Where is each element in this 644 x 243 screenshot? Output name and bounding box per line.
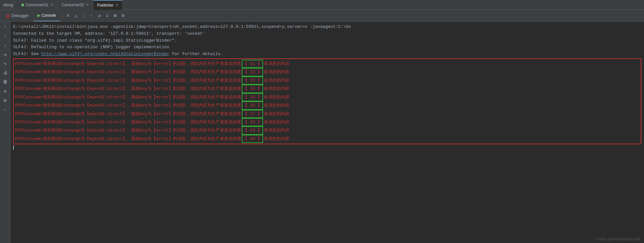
console-line-1: E:\install\JDK11\install\bin\java.exe -a… (13, 24, 641, 30)
console-line-3: SLF4J: Failed to load class "org.slf4j.i… (13, 37, 641, 44)
msg-suffix-13: 条消息的内容 (264, 77, 289, 84)
msg-suffix-17: 条消息的内容 (264, 111, 289, 117)
msg-suffix-16: 条消息的内容 (264, 102, 289, 109)
toolbar-btn-step[interactable]: ⤓ (104, 12, 111, 19)
tab-label-consumer01: Consumer01 (26, 3, 49, 7)
msg-num-container-13: 【 13 】 (242, 76, 263, 85)
msg-num-container-20: 【 20 】 (242, 135, 263, 143)
close-tab-consumer02[interactable]: ✕ (86, 3, 89, 7)
tab-consumer02[interactable]: Consumer02 ✕ (57, 0, 93, 10)
msg-num-container-11: 【 11 】 (242, 60, 263, 68)
close-tab-publisher[interactable]: ✕ (115, 3, 118, 7)
msg-prefix-20: P2PConsumer收到来自Exchange为【myex02.direct】、… (15, 135, 241, 142)
sidebar-btn-edit[interactable]: ✎ (1, 60, 9, 68)
msg-num-14: 【 14 】 (243, 85, 262, 92)
cursor-line (13, 144, 641, 151)
watermark: CSDN @JH&&HANDSOME (596, 237, 641, 241)
message-line-20: P2PConsumer收到来自Exchange为【myex02.direct】、… (15, 135, 639, 143)
toolbar-btn-down2[interactable]: ↑ (88, 12, 95, 19)
toolbar-btn-down1[interactable]: ↓ (80, 12, 87, 19)
message-line-15: P2PConsumer收到来自Exchange为【myex02.direct】、… (15, 93, 639, 101)
toolbar-btn-menu[interactable]: ≡ (64, 12, 72, 19)
msg-num-17: 【 17 】 (243, 111, 262, 117)
tab-bar: ebug: Consumer01 ✕ Consumer02 ✕ Publishe… (0, 0, 644, 10)
msg-suffix-11: 条消息的内容 (264, 60, 289, 67)
msg-num-container-18: 【 18 】 (242, 118, 263, 126)
tab-publisher[interactable]: Publisher ✕ (93, 0, 123, 10)
console-icon: ▶ (37, 13, 40, 18)
tab-console-label: Console (42, 13, 56, 18)
toolbar: 🐞 Debugger ▶ Console ≡ △ ↓ ↑ ↺ ⤓ ⊞ ⊟ (0, 10, 644, 22)
message-line-18: P2PConsumer收到来自Exchange为【myex02.direct】、… (15, 118, 639, 126)
message-line-16: P2PConsumer收到来自Exchange为【myex02.direct】、… (15, 101, 639, 110)
sidebar-btn-down[interactable]: ↓ (1, 32, 9, 40)
sidebar-btn-delete[interactable]: 🗑 (1, 78, 9, 86)
msg-prefix-12: P2PConsumer收到来自Exchange为【myex02.direct】、… (15, 69, 241, 75)
console-line-5: SLF4J: See http://www.slf4j.org/codes.ht… (13, 51, 641, 58)
tab-console[interactable]: ▶ Console (33, 10, 60, 21)
msg-prefix-18: P2PConsumer收到来自Exchange为【myex02.direct】、… (15, 119, 241, 126)
console-area[interactable]: E:\install\JDK11\install\bin\java.exe -a… (10, 22, 644, 243)
msg-num-container-12: 【 12 】 (242, 68, 263, 76)
sidebar-btn-arrow[interactable]: ⇒ (1, 51, 9, 58)
close-tab-consumer01[interactable]: ✕ (50, 3, 53, 7)
msg-num-15: 【 15 】 (243, 94, 262, 101)
tab-dot-consumer01 (21, 4, 24, 6)
red-border-box: P2PConsumer收到来自Exchange为【myex02.direct】、… (13, 58, 641, 144)
slf4j-link[interactable]: http://www.slf4j.org/codes.html#StaticLo… (41, 51, 169, 56)
msg-prefix-13: P2PConsumer收到来自Exchange为【myex02.direct】、… (15, 77, 241, 84)
msg-num-20: 【 20 】 (243, 135, 262, 142)
toolbar-btn-up[interactable]: △ (72, 12, 79, 19)
message-line-11: P2PConsumer收到来自Exchange为【myex02.direct】、… (15, 60, 639, 68)
msg-suffix-12: 条消息的内容 (264, 69, 289, 75)
msg-prefix-19: P2PConsumer收到来自Exchange为【myex02.direct】、… (15, 127, 241, 134)
left-sidebar: ↑ ↓ ↓ ⇒ ✎ 🖨 🗑 ⊙ ⚙ ← (0, 22, 10, 243)
tab-consumer01[interactable]: Consumer01 ✕ (17, 0, 58, 10)
tab-label-consumer02: Consumer02 (61, 3, 84, 7)
main-layout: ↑ ↓ ↓ ⇒ ✎ 🖨 🗑 ⊙ ⚙ ← E:\install\JDK11\ins… (0, 22, 644, 243)
msg-num-container-15: 【 15 】 (242, 93, 263, 101)
msg-suffix-15: 条消息的内容 (264, 94, 289, 101)
tab-label-publisher: Publisher (97, 3, 114, 8)
msg-num-11: 【 11 】 (243, 60, 262, 67)
message-line-17: P2PConsumer收到来自Exchange为【myex02.direct】、… (15, 110, 639, 118)
sidebar-btn-settings[interactable]: ⚙ (1, 96, 9, 104)
message-line-13: P2PConsumer收到来自Exchange为【myex02.direct】、… (15, 76, 639, 85)
msg-suffix-14: 条消息的内容 (264, 85, 289, 92)
sidebar-btn-camera[interactable]: ⊙ (1, 87, 9, 95)
toolbar-btn-grid[interactable]: ⊞ (112, 12, 119, 19)
msg-num-19: 【 19 】 (243, 127, 262, 134)
msg-num-16: 【 16 】 (243, 102, 262, 109)
msg-num-container-16: 【 16 】 (242, 101, 263, 110)
msg-num-container-19: 【 19 】 (242, 126, 263, 134)
toolbar-btn-refresh[interactable]: ↺ (96, 12, 103, 19)
tab-debugger-label: Debugger (11, 13, 29, 18)
msg-prefix-17: P2PConsumer收到来自Exchange为【myex02.direct】、… (15, 111, 241, 117)
msg-num-13: 【 13 】 (243, 77, 262, 84)
sidebar-btn-down2[interactable]: ↓ (1, 41, 9, 49)
message-line-12: P2PConsumer收到来自Exchange为【myex02.direct】、… (15, 68, 639, 76)
tab-debugger[interactable]: 🐞 Debugger (1, 10, 33, 21)
text-cursor (13, 145, 14, 150)
sidebar-btn-back[interactable]: ← (1, 106, 9, 113)
sidebar-btn-print[interactable]: 🖨 (1, 69, 9, 77)
msg-prefix-14: P2PConsumer收到来自Exchange为【myex02.direct】、… (15, 85, 241, 92)
message-line-14: P2PConsumer收到来自Exchange为【myex02.direct】、… (15, 85, 639, 93)
message-line-19: P2PConsumer收到来自Exchange为【myex02.direct】、… (15, 126, 639, 134)
sidebar-btn-up[interactable]: ↑ (1, 23, 9, 31)
msg-num-18: 【 18 】 (243, 119, 262, 126)
msg-num-container-14: 【 14 】 (242, 85, 263, 93)
msg-suffix-20: 条消息的内容 (264, 135, 289, 142)
console-line-2: Connected to the target VM, address: '12… (13, 30, 641, 37)
debug-label: ebug: (0, 2, 17, 7)
msg-suffix-18: 条消息的内容 (264, 119, 289, 126)
msg-prefix-15: P2PConsumer收到来自Exchange为【myex02.direct】、… (15, 94, 241, 101)
msg-num-12: 【 12 】 (243, 69, 262, 75)
msg-suffix-19: 条消息的内容 (264, 127, 289, 134)
toolbar-separator-1 (62, 12, 62, 19)
msg-prefix-16: P2PConsumer收到来自Exchange为【myex02.direct】、… (15, 102, 241, 109)
msg-num-container-17: 【 17 】 (242, 110, 263, 118)
toolbar-btn-split[interactable]: ⊟ (119, 12, 127, 19)
msg-prefix-11: P2PConsumer收到来自Exchange为【myex02.direct】、… (15, 60, 241, 67)
debugger-icon: 🐞 (5, 13, 10, 18)
